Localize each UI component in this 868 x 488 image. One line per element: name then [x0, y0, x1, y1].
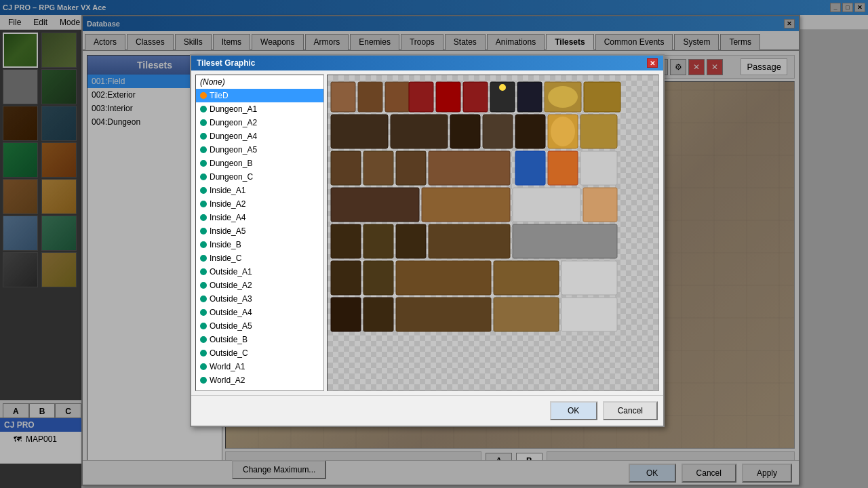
- dialog-item-inside-b[interactable]: Inside_B: [196, 238, 323, 251]
- dot-teal-icon-10: [200, 228, 207, 235]
- dot-teal-icon-12: [200, 255, 207, 262]
- svg-rect-36: [513, 224, 617, 258]
- dialog-close-btn[interactable]: ✕: [647, 58, 658, 68]
- inside-a5-label: Inside_A5: [210, 226, 245, 236]
- dialog-item-world-a1[interactable]: World_A1: [196, 360, 323, 373]
- dot-teal-icon-8: [200, 201, 207, 207]
- dialog-cancel-button[interactable]: Cancel: [603, 401, 658, 420]
- dungeon-c-label: Dungeon_C: [210, 172, 253, 182]
- outside-a3-label: Outside_A3: [210, 294, 252, 304]
- dot-teal-icon-20: [200, 363, 207, 370]
- dialog-footer: OK Cancel: [191, 395, 663, 426]
- tiled-label: TileD: [210, 91, 229, 100]
- dot-teal-icon-13: [200, 268, 207, 275]
- dot-teal-icon-16: [200, 309, 207, 316]
- dialog-item-outside-b[interactable]: Outside_B: [196, 333, 323, 346]
- checker-background: [328, 75, 658, 390]
- world-a2-label: World_A2: [210, 375, 245, 385]
- dialog-content: (None) TileD Dungeon_A1 Dungeon_A2 Dunge…: [191, 70, 663, 395]
- dialog-item-world-b[interactable]: World_B: [196, 387, 323, 391]
- svg-point-8: [499, 84, 506, 91]
- tileset-graphic-dialog: Tileset Graphic ✕ (None) TileD Dungeon_A…: [190, 54, 665, 427]
- svg-rect-5: [436, 82, 460, 112]
- svg-rect-16: [483, 115, 513, 148]
- dialog-item-dungeon-a5[interactable]: Dungeon_A5: [196, 143, 323, 157]
- svg-rect-21: [331, 151, 361, 185]
- svg-rect-4: [409, 82, 433, 112]
- svg-rect-33: [363, 224, 393, 258]
- dot-teal-icon-15: [200, 296, 207, 302]
- dialog-graphic-preview: [327, 75, 659, 391]
- dialog-item-dungeon-a4[interactable]: Dungeon_A4: [196, 129, 323, 143]
- dot-teal-icon-6: [200, 174, 207, 180]
- dungeon-a2-label: Dungeon_A2: [210, 118, 257, 127]
- dialog-item-dungeon-a2[interactable]: Dungeon_A2: [196, 116, 323, 129]
- dialog-item-inside-a5[interactable]: Inside_A5: [196, 224, 323, 238]
- svg-rect-35: [429, 224, 510, 258]
- none-label: (None): [200, 77, 225, 87]
- dialog-item-outside-a3[interactable]: Outside_A3: [196, 292, 323, 306]
- dot-teal-icon-7: [200, 187, 207, 194]
- dot-teal-icon: [200, 106, 207, 113]
- svg-rect-9: [517, 82, 542, 112]
- dialog-item-outside-a1[interactable]: Outside_A1: [196, 265, 323, 279]
- dot-teal-icon-4: [200, 146, 207, 153]
- dialog-item-dungeon-a1[interactable]: Dungeon_A1: [196, 102, 323, 116]
- dot-teal-icon-17: [200, 323, 207, 329]
- dot-teal-icon-18: [200, 336, 207, 343]
- dialog-item-outside-a5[interactable]: Outside_A5: [196, 319, 323, 333]
- svg-rect-3: [385, 82, 410, 112]
- dungeon-b-label: Dungeon_B: [210, 159, 252, 168]
- tileset-svg: [328, 75, 658, 390]
- dot-teal-icon-9: [200, 214, 207, 221]
- inside-a1-label: Inside_A1: [210, 186, 245, 195]
- svg-rect-31: [583, 188, 617, 222]
- svg-rect-2: [358, 82, 382, 112]
- dungeon-a4-label: Dungeon_A4: [210, 131, 257, 141]
- world-a1-label: World_A1: [210, 362, 245, 371]
- svg-rect-32: [331, 224, 361, 258]
- svg-rect-17: [515, 115, 545, 148]
- dot-teal-icon-19: [200, 350, 207, 357]
- dialog-overlay: Tileset Graphic ✕ (None) TileD Dungeon_A…: [0, 0, 868, 488]
- dialog-ok-button[interactable]: OK: [550, 401, 597, 420]
- dot-teal-icon-3: [200, 133, 207, 140]
- dungeon-a1-label: Dungeon_A1: [210, 104, 257, 114]
- svg-point-11: [548, 86, 578, 108]
- svg-rect-14: [391, 115, 448, 148]
- dot-orange-icon: [200, 92, 207, 99]
- dialog-item-inside-c[interactable]: Inside_C: [196, 251, 323, 265]
- svg-rect-45: [494, 298, 559, 331]
- svg-rect-25: [515, 151, 545, 185]
- svg-rect-13: [331, 115, 388, 148]
- dialog-item-inside-a2[interactable]: Inside_A2: [196, 197, 323, 211]
- inside-b-label: Inside_B: [210, 240, 241, 249]
- dialog-item-outside-c[interactable]: Outside_C: [196, 346, 323, 360]
- world-b-label: World_B: [210, 389, 241, 391]
- dialog-item-inside-a1[interactable]: Inside_A1: [196, 184, 323, 197]
- dialog-item-world-a2[interactable]: World_A2: [196, 373, 323, 387]
- svg-rect-23: [396, 151, 426, 185]
- dialog-item-tiled[interactable]: TileD: [196, 89, 323, 102]
- dialog-item-outside-a2[interactable]: Outside_A2: [196, 279, 323, 292]
- outside-b-label: Outside_B: [210, 335, 248, 344]
- svg-rect-20: [580, 115, 617, 148]
- dialog-title-label: Tileset Graphic: [197, 58, 255, 68]
- dialog-item-dungeon-b[interactable]: Dungeon_B: [196, 157, 323, 170]
- dialog-file-list: (None) TileD Dungeon_A1 Dungeon_A2 Dunge…: [195, 75, 324, 391]
- outside-a5-label: Outside_A5: [210, 321, 252, 331]
- svg-rect-30: [513, 188, 580, 222]
- dialog-title-bar: Tileset Graphic ✕: [191, 56, 663, 70]
- dot-teal-icon-14: [200, 282, 207, 289]
- outside-a2-label: Outside_A2: [210, 281, 252, 290]
- svg-point-19: [551, 117, 575, 146]
- dialog-item-outside-a4[interactable]: Outside_A4: [196, 306, 323, 319]
- svg-rect-6: [463, 82, 488, 112]
- outside-a4-label: Outside_A4: [210, 308, 252, 317]
- svg-rect-40: [494, 261, 559, 295]
- dialog-item-none[interactable]: (None): [196, 75, 323, 89]
- dot-teal-icon-2: [200, 119, 207, 126]
- dialog-item-inside-a4[interactable]: Inside_A4: [196, 211, 323, 224]
- dialog-item-dungeon-c[interactable]: Dungeon_C: [196, 170, 323, 184]
- svg-rect-39: [396, 261, 491, 295]
